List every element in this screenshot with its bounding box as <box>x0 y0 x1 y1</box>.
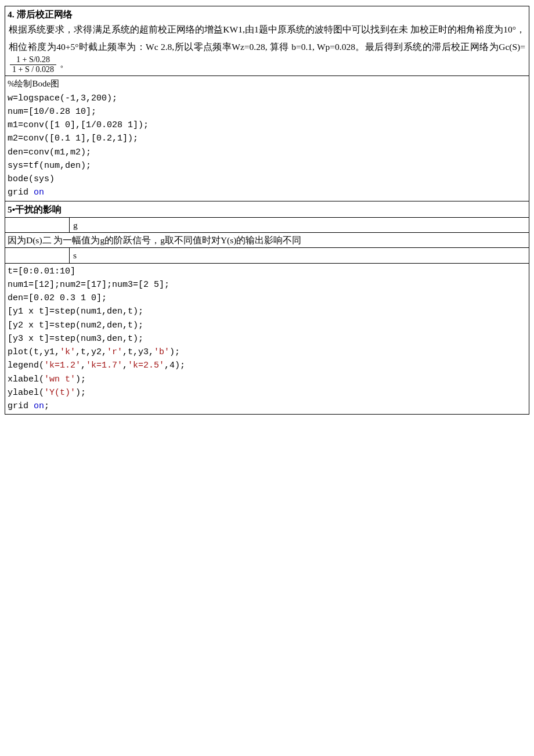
gc-formula: 1 + S/0.28 1 + S / 0.028 <box>9 59 60 69</box>
code2-l11a: grid <box>8 401 34 411</box>
code2-l10a: ylabel( <box>8 388 44 398</box>
code2-l6: [y3 x t]=step(num3,den,t); <box>8 334 143 344</box>
code2-l7a: plot(t,y1, <box>8 347 60 357</box>
code1-l4: m2=conv([0.1 1],[0.2,1]); <box>8 134 138 143</box>
section-5-heading: 5•干扰的影响 <box>5 201 529 218</box>
code2-l9b: 'wn t' <box>44 375 75 384</box>
code2-l4: [y1 x t]=step(num1,den,t); <box>8 307 143 316</box>
code1-l8b: on <box>34 188 44 197</box>
code2-l11b: on <box>34 401 44 411</box>
section-4-heading: 4. 滞后校正网络 <box>5 6 529 21</box>
code1-l8a: grid <box>8 188 34 197</box>
section-4: 4. 滞后校正网络 根据系统要求，求得满足系统的超前校正网络的增益KW1,由1题… <box>5 6 529 76</box>
code2-l8b: 'k=1.2' <box>44 361 81 370</box>
code1-l2: num=[10/0.28 10]; <box>8 107 96 117</box>
code2-l10b: 'Y(t)' <box>44 388 75 398</box>
code1-l1: w=logspace(-1,3,200); <box>8 93 117 103</box>
code2-l8d: 'k=1.7' <box>86 361 122 370</box>
section-5-row-g: g <box>5 218 529 233</box>
fraction: 1 + S/0.28 1 + S / 0.028 <box>10 55 56 74</box>
code2-l7b: 'k' <box>60 347 75 357</box>
code1-l3: m1=conv([1 0],[1/0.028 1]); <box>8 120 149 130</box>
code2-l7e: ,t,y3, <box>122 347 154 357</box>
code2-l8e: , <box>122 361 128 370</box>
code2-l8c: , <box>81 361 86 370</box>
code1-l7: bode(sys) <box>8 174 55 184</box>
row-s-left <box>5 248 69 262</box>
code2-l11c: ; <box>44 401 49 411</box>
fraction-numerator: 1 + S/0.28 <box>10 55 56 65</box>
section-5-row-mid: 因为D(s)二 为一幅值为g的阶跃信号，g取不同值时对Y(s)的输出影响不同 <box>5 233 529 248</box>
code2-l7c: ,t,y2, <box>75 347 107 357</box>
section-5: 5•干扰的影响 g 因为D(s)二 为一幅值为g的阶跃信号，g取不同值时对Y(s… <box>5 201 529 264</box>
code2-l9c: ); <box>75 375 86 384</box>
code2-l8g: ,4); <box>164 361 185 370</box>
code2-l9a: xlabel( <box>8 375 44 384</box>
code2-l7f: 'b' <box>154 347 169 357</box>
code-block-1: %绘制Bode图 w=logspace(-1,3,200); num=[10/0… <box>5 75 529 201</box>
row-s-cell: s <box>69 248 529 262</box>
code2-l5: [y2 x t]=step(num2,den,t); <box>8 321 143 330</box>
code1-comment: %绘制Bode图 <box>8 79 59 88</box>
code2-l7g: ); <box>169 347 180 357</box>
section-5-row-s: s <box>5 248 529 262</box>
section-4-text: 根据系统要求，求得满足系统的超前校正网络的增益KW1,由1题中原系统的波特图中可… <box>9 24 525 51</box>
section-4-end: 。 <box>60 59 69 69</box>
code2-l8f: 'k=2.5' <box>128 361 164 370</box>
code1-l5: den=conv(m1,m2); <box>8 147 91 157</box>
code1-l6: sys=tf(num,den); <box>8 161 91 171</box>
row-g-left <box>5 218 69 232</box>
code2-l8a: legend( <box>8 361 44 370</box>
row-g-cell: g <box>69 218 529 232</box>
code2-l1: t=[0:0.01:10] <box>8 267 75 276</box>
code-block-2: t=[0:0.01:10] num1=[12];num2=[17];num3=[… <box>5 263 529 415</box>
section-4-paragraph: 根据系统要求，求得满足系统的超前校正网络的增益KW1,由1题中原系统的波特图中可… <box>5 21 529 75</box>
fraction-denominator: 1 + S / 0.028 <box>10 65 56 74</box>
code2-l3: den=[0.02 0.3 1 0]; <box>8 293 107 303</box>
code2-l7d: 'r' <box>107 347 122 357</box>
code2-l2: num1=[12];num2=[17];num3=[2 5]; <box>8 280 169 290</box>
document-page: 4. 滞后校正网络 根据系统要求，求得满足系统的超前校正网络的增益KW1,由1题… <box>0 0 534 420</box>
code2-l10c: ); <box>75 388 86 398</box>
